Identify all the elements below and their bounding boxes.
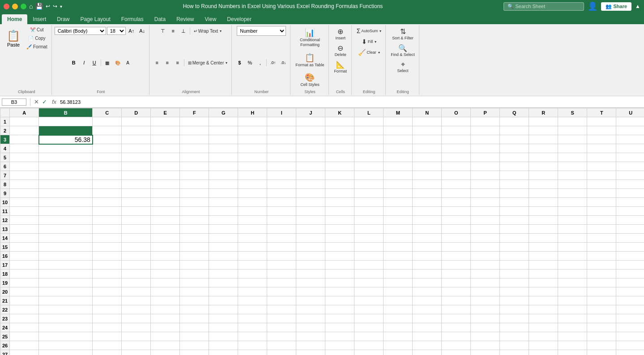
cell-n19[interactable] — [413, 278, 442, 287]
cell-a27[interactable] — [10, 350, 39, 355]
col-header-a[interactable]: A — [10, 108, 39, 117]
cell-b4[interactable] — [39, 144, 93, 153]
cell-r24[interactable] — [529, 323, 558, 332]
cell-c27[interactable] — [93, 350, 122, 355]
cell-e2[interactable] — [151, 126, 180, 135]
row-header-20[interactable]: 20 — [0, 287, 10, 296]
cell-j15[interactable] — [296, 243, 325, 252]
wrap-text-button[interactable]: ↵ Wrap Text ▾ — [192, 27, 224, 35]
cell-o27[interactable] — [442, 350, 471, 355]
cell-b18[interactable] — [39, 269, 93, 278]
cell-e10[interactable] — [151, 198, 180, 207]
align-right-button[interactable]: ≡ — [173, 58, 183, 68]
cell-m3[interactable] — [384, 135, 413, 144]
cell-g25[interactable] — [209, 332, 238, 341]
cell-a9[interactable] — [10, 189, 39, 198]
cell-l20[interactable] — [354, 287, 384, 296]
cell-q24[interactable] — [500, 323, 529, 332]
cell-t11[interactable] — [587, 207, 616, 216]
cell-b25[interactable] — [39, 332, 93, 341]
cell-g15[interactable] — [209, 243, 238, 252]
clear-button[interactable]: 🧹 Clear ▾ — [356, 47, 382, 57]
cell-c24[interactable] — [93, 323, 122, 332]
cell-e9[interactable] — [151, 189, 180, 198]
cell-t20[interactable] — [587, 287, 616, 296]
cell-r6[interactable] — [529, 162, 558, 171]
cell-g3[interactable] — [209, 135, 238, 144]
cell-f21[interactable] — [180, 296, 209, 305]
cell-k9[interactable] — [325, 189, 354, 198]
cell-l15[interactable] — [354, 243, 384, 252]
cell-d11[interactable] — [122, 207, 151, 216]
cell-t25[interactable] — [587, 332, 616, 341]
cell-c26[interactable] — [93, 341, 122, 350]
cell-l12[interactable] — [354, 216, 384, 225]
cell-m20[interactable] — [384, 287, 413, 296]
cell-d9[interactable] — [122, 189, 151, 198]
cell-m16[interactable] — [384, 252, 413, 261]
cell-r5[interactable] — [529, 153, 558, 162]
conditional-formatting-button[interactable]: 📊 ConditionalFormatting — [298, 26, 322, 49]
cell-i6[interactable] — [267, 162, 296, 171]
cell-s2[interactable] — [558, 126, 587, 135]
cell-m26[interactable] — [384, 341, 413, 350]
cell-h7[interactable] — [238, 171, 267, 180]
font-color-button[interactable]: A — [123, 58, 133, 68]
cell-a1[interactable] — [10, 117, 39, 126]
cell-h24[interactable] — [238, 323, 267, 332]
cell-r2[interactable] — [529, 126, 558, 135]
cell-k27[interactable] — [325, 350, 354, 355]
row-header-6[interactable]: 6 — [0, 162, 10, 171]
cell-j16[interactable] — [296, 252, 325, 261]
cell-a20[interactable] — [10, 287, 39, 296]
cell-f3[interactable] — [180, 135, 209, 144]
cell-u7[interactable] — [616, 171, 644, 180]
cell-b6[interactable] — [39, 162, 93, 171]
cell-n21[interactable] — [413, 296, 442, 305]
cell-a4[interactable] — [10, 144, 39, 153]
cell-h23[interactable] — [238, 314, 267, 323]
cell-j11[interactable] — [296, 207, 325, 216]
cell-e4[interactable] — [151, 144, 180, 153]
cell-k23[interactable] — [325, 314, 354, 323]
cell-k21[interactable] — [325, 296, 354, 305]
cell-d16[interactable] — [122, 252, 151, 261]
cell-f1[interactable] — [180, 117, 209, 126]
cell-reference-box[interactable] — [2, 98, 26, 106]
cell-s9[interactable] — [558, 189, 587, 198]
cell-f24[interactable] — [180, 323, 209, 332]
cell-d10[interactable] — [122, 198, 151, 207]
cell-m17[interactable] — [384, 261, 413, 269]
cell-i14[interactable] — [267, 234, 296, 243]
cell-u20[interactable] — [616, 287, 644, 296]
cell-i22[interactable] — [267, 305, 296, 314]
cell-t4[interactable] — [587, 144, 616, 153]
cell-t1[interactable] — [587, 117, 616, 126]
cell-b24[interactable] — [39, 323, 93, 332]
cell-r19[interactable] — [529, 278, 558, 287]
cell-k17[interactable] — [325, 261, 354, 269]
row-header-8[interactable]: 8 — [0, 180, 10, 189]
cell-c2[interactable] — [93, 126, 122, 135]
insert-cells-button[interactable]: ⊕ Insert — [332, 26, 350, 42]
cell-h4[interactable] — [238, 144, 267, 153]
cell-l19[interactable] — [354, 278, 384, 287]
cell-j5[interactable] — [296, 153, 325, 162]
cell-s16[interactable] — [558, 252, 587, 261]
increase-decimal-button[interactable]: .0↑ — [268, 58, 278, 68]
cell-d14[interactable] — [122, 234, 151, 243]
cell-m22[interactable] — [384, 305, 413, 314]
cell-a25[interactable] — [10, 332, 39, 341]
cell-k24[interactable] — [325, 323, 354, 332]
cell-f19[interactable] — [180, 278, 209, 287]
cell-p3[interactable] — [471, 135, 500, 144]
cell-d24[interactable] — [122, 323, 151, 332]
cell-h16[interactable] — [238, 252, 267, 261]
cell-r15[interactable] — [529, 243, 558, 252]
cell-n8[interactable] — [413, 180, 442, 189]
col-header-j[interactable]: J — [296, 108, 325, 117]
underline-button[interactable]: U — [90, 58, 99, 68]
cell-i17[interactable] — [267, 261, 296, 269]
row-header-27[interactable]: 27 — [0, 350, 10, 355]
cell-q26[interactable] — [500, 341, 529, 350]
